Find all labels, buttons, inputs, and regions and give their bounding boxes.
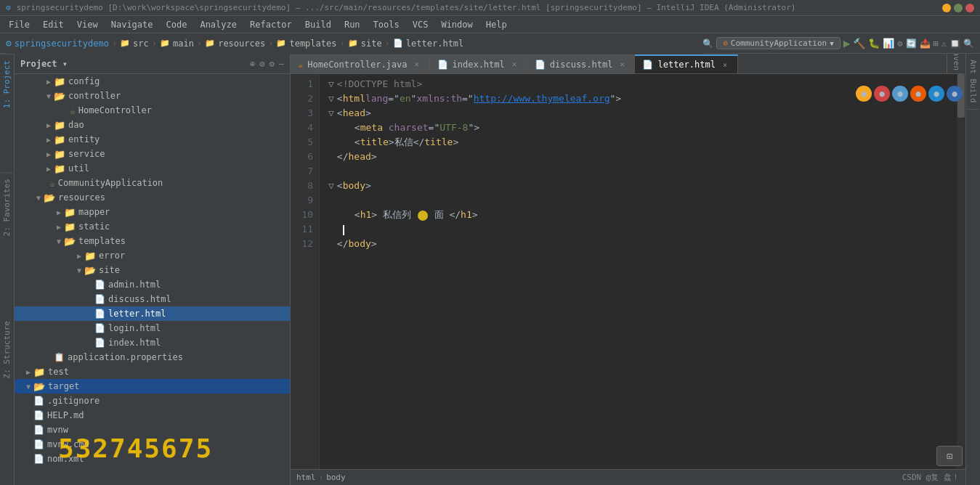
breadcrumb-site[interactable]: site xyxy=(361,38,382,49)
menu-vcs[interactable]: VCS xyxy=(407,18,434,31)
breadcrumb-letter[interactable]: letter.html xyxy=(406,38,463,49)
search-icon[interactable]: 🔍 xyxy=(702,38,713,49)
tree-item-resources[interactable]: ▼ 📂 resources xyxy=(15,190,290,205)
tree-item-service[interactable]: ▶ 📁 service xyxy=(15,147,290,161)
tab-close-discuss[interactable]: × xyxy=(617,60,627,70)
update-button[interactable]: 🔄 xyxy=(906,38,917,49)
browser-btn-6[interactable]: ● xyxy=(947,86,963,102)
code-editor[interactable]: 1 2 3 4 5 6 7 8 9 10 11 12 ▽ xyxy=(291,74,965,469)
settings-gear-icon[interactable]: ⚙ xyxy=(897,38,902,49)
tree-item-homecontroller[interactable]: ☕ HomeController xyxy=(15,103,290,118)
run-button[interactable]: ▶ xyxy=(843,36,851,50)
tree-item-gitignore[interactable]: 📄 .gitignore xyxy=(15,394,290,408)
browser-btn-2[interactable]: ● xyxy=(874,86,890,102)
search-everywhere-button[interactable]: 🔍 xyxy=(963,38,974,49)
structure-button[interactable]: 🔲 xyxy=(949,38,960,49)
tree-item-static[interactable]: ▶ 📁 static xyxy=(15,219,290,234)
tree-item-mvnw[interactable]: 📄 mvnw xyxy=(15,423,290,437)
menu-edit[interactable]: Edit xyxy=(37,18,70,31)
build-button[interactable]: 🔨 xyxy=(853,38,865,49)
folder-icon-config: 📁 xyxy=(54,76,65,87)
tree-item-index-html[interactable]: 📄 index.html xyxy=(15,335,290,350)
tab-discuss[interactable]: 📄 discuss.html × xyxy=(527,54,636,73)
vcs-button[interactable]: 📤 xyxy=(920,38,931,49)
tree-item-dao[interactable]: ▶ 📁 dao xyxy=(15,118,290,132)
terminal-toolbar-button[interactable]: ⊞ xyxy=(934,38,939,49)
menu-help[interactable]: Help xyxy=(480,18,513,31)
tree-label-login-html: login.html xyxy=(108,323,161,333)
browser-btn-4[interactable]: ● xyxy=(910,86,926,102)
coverage-button[interactable]: 📊 xyxy=(883,38,894,49)
sidebar-add-icon[interactable]: ⊕ xyxy=(250,59,255,69)
menu-build[interactable]: Build xyxy=(299,18,337,31)
minimize-btn[interactable] xyxy=(942,4,951,12)
tree-item-error[interactable]: ▶ 📁 error xyxy=(15,248,290,263)
browser-btn-3[interactable]: ● xyxy=(892,86,908,102)
breadcrumb-templates[interactable]: templates xyxy=(289,38,336,49)
terminal-icon-btn[interactable]: ⊡ xyxy=(936,446,963,466)
maximize-btn[interactable] xyxy=(954,4,963,12)
tab-close-homecontroller[interactable]: × xyxy=(412,60,422,70)
tree-item-login-html[interactable]: 📄 login.html xyxy=(15,321,290,335)
breadcrumb-project[interactable]: springsecuritydemo xyxy=(15,38,109,49)
tree-item-discuss-html[interactable]: 📄 discuss.html xyxy=(15,292,290,306)
maven-tab[interactable]: Maven xyxy=(947,54,965,73)
sidebar-settings-icon[interactable]: ⚙ xyxy=(270,59,275,69)
folder-icon-util: 📁 xyxy=(54,163,65,174)
tree-item-communityapp[interactable]: ☕ CommunityApplication xyxy=(15,176,290,190)
tree-item-test[interactable]: ▶ 📁 test xyxy=(15,364,290,379)
tree-label-dao: dao xyxy=(68,120,84,130)
debug-button[interactable]: 🐛 xyxy=(868,38,880,49)
menu-window[interactable]: Window xyxy=(435,18,478,31)
tree-item-nomxml[interactable]: 📄 nom.xml xyxy=(15,452,290,466)
tree-item-config[interactable]: ▶ 📁 config xyxy=(15,74,290,89)
menu-code[interactable]: Code xyxy=(161,18,193,31)
tree-item-util[interactable]: ▶ 📁 util xyxy=(15,161,290,176)
tree-item-controller[interactable]: ▼ 📂 controller xyxy=(15,89,290,103)
menu-tools[interactable]: Tools xyxy=(368,18,405,31)
editor-scrollbar[interactable] xyxy=(957,74,965,469)
tab-close-letter[interactable]: × xyxy=(720,60,730,70)
tree-item-admin-html[interactable]: 📄 admin.html xyxy=(15,277,290,292)
status-html[interactable]: html xyxy=(296,473,316,482)
menu-file[interactable]: File xyxy=(3,18,36,31)
sidebar-collapse-icon[interactable]: – xyxy=(279,59,284,69)
menu-view[interactable]: View xyxy=(71,18,104,31)
tree-item-letter-html[interactable]: 📄 letter.html xyxy=(15,306,290,321)
project-panel-tab[interactable]: 1: Project xyxy=(1,54,13,114)
tab-letter[interactable]: 📄 letter.html × xyxy=(635,54,737,73)
structure-panel-tab[interactable]: Z: Structure xyxy=(1,315,13,384)
tree-item-appprops[interactable]: 📋 application.properties xyxy=(15,350,290,364)
ant-build-tab[interactable]: Ant Build xyxy=(967,54,979,110)
run-config-selector[interactable]: ⚙ CommunityApplication ▼ xyxy=(716,37,841,49)
breadcrumb-main[interactable]: main xyxy=(173,38,194,49)
tree-item-target[interactable]: ▼ 📂 target xyxy=(15,379,290,394)
tree-label-letter-html: letter.html xyxy=(108,309,166,319)
menu-navigate[interactable]: Navigate xyxy=(105,18,159,31)
sidebar-tree: ▶ 📁 config ▼ 📂 controller ☕ HomeControll… xyxy=(15,74,290,485)
tree-item-site[interactable]: ▼ 📂 site xyxy=(15,263,290,277)
menu-analyze[interactable]: Analyze xyxy=(194,18,243,31)
sidebar-gear-icon[interactable]: ⚙ xyxy=(259,59,264,69)
favorites-panel-tab[interactable]: 2: Favorites xyxy=(1,172,13,242)
tree-item-mvnwcmd[interactable]: 📄 mvnw.cmd xyxy=(15,437,290,452)
line-numbers: 1 2 3 4 5 6 7 8 9 10 11 12 xyxy=(291,74,320,469)
tree-item-entity[interactable]: ▶ 📁 entity xyxy=(15,132,290,147)
browser-btn-1[interactable]: ● xyxy=(856,86,872,102)
breadcrumb-resources[interactable]: resources xyxy=(218,38,265,49)
tree-item-helpmd[interactable]: 📄 HELP.md xyxy=(15,408,290,423)
breadcrumb-src[interactable]: src xyxy=(133,38,149,49)
tab-homecontroller[interactable]: ☕ HomeController.java × xyxy=(291,54,430,73)
code-content[interactable]: ▽ <!DOCTYPE html> ▽ <html lang="en" xmln… xyxy=(320,74,957,469)
close-btn[interactable] xyxy=(965,4,974,12)
tab-index[interactable]: 📄 index.html × xyxy=(430,54,527,73)
problems-button[interactable]: ⚠ xyxy=(941,38,947,49)
tree-item-templates[interactable]: ▼ 📂 templates xyxy=(15,234,290,248)
browser-btn-5[interactable]: ● xyxy=(928,86,944,102)
tab-close-index[interactable]: × xyxy=(509,60,519,70)
menu-run[interactable]: Run xyxy=(339,18,366,31)
status-body[interactable]: body xyxy=(326,473,346,482)
tree-item-mapper[interactable]: ▶ 📁 mapper xyxy=(15,205,290,219)
menu-refactor[interactable]: Refactor xyxy=(244,18,298,31)
tree-arrow-entity: ▶ xyxy=(44,136,54,144)
